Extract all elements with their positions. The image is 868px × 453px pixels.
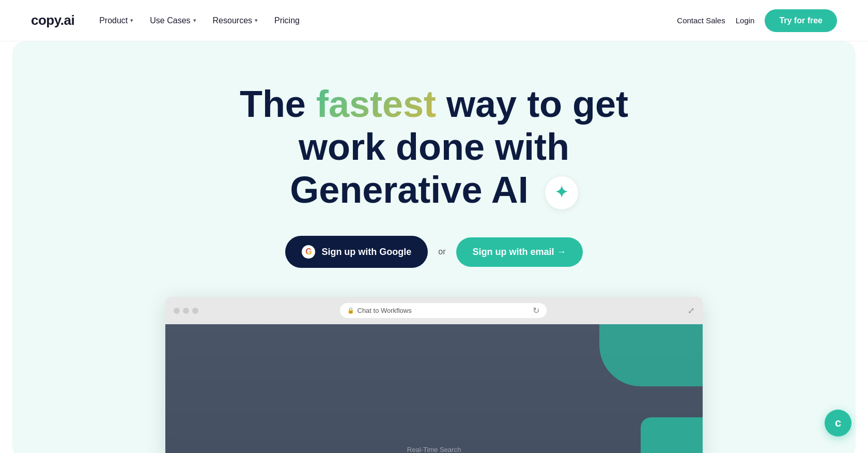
traffic-light-yellow	[183, 308, 189, 314]
traffic-light-red	[174, 308, 180, 314]
nav-links: Product ▾ Use Cases ▾ Resources ▾ Pricin…	[93, 12, 306, 29]
browser-bottom-label: Real-Time Search	[407, 446, 461, 453]
teal-accent-bottom	[641, 417, 703, 453]
chevron-down-icon: ▾	[193, 17, 196, 24]
traffic-lights	[174, 308, 198, 314]
browser-url-bar: 🔒 Chat to Workflows ↻	[340, 303, 547, 318]
refresh-icon[interactable]: ↻	[533, 306, 539, 315]
nav-use-cases[interactable]: Use Cases ▾	[144, 12, 202, 29]
hero-section: The fastest way to get work done with Ge…	[12, 41, 856, 453]
lock-icon: 🔒	[347, 307, 354, 314]
nav-product[interactable]: Product ▾	[93, 12, 140, 29]
try-free-button[interactable]: Try for free	[765, 9, 837, 32]
signup-email-button[interactable]: Sign up with email →	[456, 237, 583, 267]
logo[interactable]: copy.ai	[31, 12, 74, 28]
google-icon: G	[302, 245, 315, 259]
browser-bar: 🔒 Chat to Workflows ↻ ⤢	[165, 297, 703, 324]
nav-pricing[interactable]: Pricing	[268, 12, 306, 29]
chevron-down-icon: ▾	[255, 17, 258, 24]
chat-fab-button[interactable]: c	[825, 410, 851, 436]
contact-sales-link[interactable]: Contact Sales	[677, 16, 725, 25]
chevron-down-icon: ▾	[130, 17, 133, 24]
hero-title: The fastest way to get work done with Ge…	[202, 83, 667, 211]
nav-resources[interactable]: Resources ▾	[207, 12, 264, 29]
traffic-light-green	[192, 308, 198, 314]
expand-icon[interactable]: ⤢	[688, 306, 694, 315]
navbar: copy.ai Product ▾ Use Cases ▾ Resources …	[0, 0, 868, 41]
cta-buttons-row: G Sign up with Google or Sign up with em…	[285, 236, 582, 268]
nav-left: copy.ai Product ▾ Use Cases ▾ Resources …	[31, 12, 306, 29]
hero-fastest-word: fastest	[316, 83, 436, 125]
sparkle-icon: ✦	[545, 176, 578, 209]
browser-content: Real-Time Search	[165, 324, 703, 453]
signup-google-button[interactable]: G Sign up with Google	[285, 236, 428, 268]
login-link[interactable]: Login	[736, 16, 755, 25]
teal-accent-top	[599, 324, 703, 386]
nav-right: Contact Sales Login Try for free	[677, 9, 837, 32]
or-divider: or	[438, 247, 445, 256]
browser-mockup: 🔒 Chat to Workflows ↻ ⤢ Real-Time Search	[165, 297, 703, 453]
